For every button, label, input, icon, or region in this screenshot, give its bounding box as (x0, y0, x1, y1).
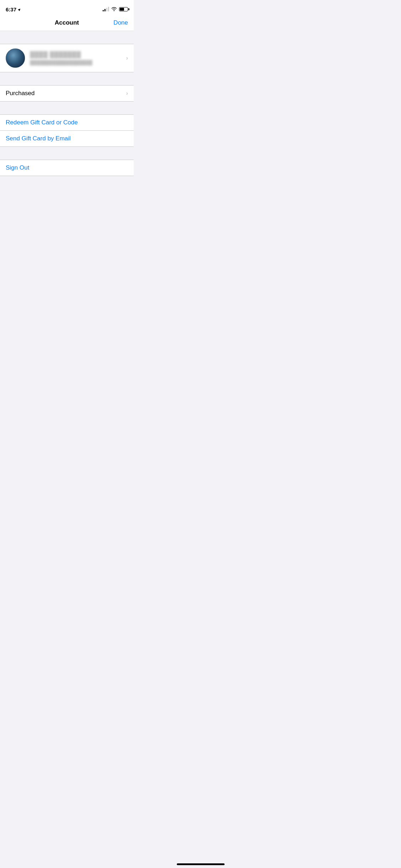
purchased-chevron-icon: › (126, 90, 128, 97)
redeem-row[interactable]: Redeem Gift Card or Code (0, 115, 134, 130)
profile-name: ████ ███████ (30, 51, 126, 58)
time-text: 6:37 (6, 6, 16, 12)
send-gift-card-row[interactable]: Send Gift Card by Email (0, 130, 134, 146)
status-time: 6:37 ▲ (6, 6, 22, 12)
status-icons (103, 7, 128, 12)
profile-info: ████ ███████ ███████████████████ (30, 51, 126, 65)
section-separator-1 (0, 31, 134, 44)
purchased-row[interactable]: Purchased › (0, 86, 134, 101)
section-separator-2 (0, 72, 134, 85)
sign-out-section: Sign Out (0, 160, 134, 176)
avatar (6, 48, 25, 68)
sign-out-row[interactable]: Sign Out (0, 160, 134, 176)
battery-icon (119, 7, 128, 11)
section-separator-3 (0, 102, 134, 114)
nav-bar: Account Done (0, 16, 134, 31)
section-separator-4 (0, 147, 134, 160)
background-fill (0, 176, 134, 354)
wifi-icon (111, 7, 117, 12)
profile-row[interactable]: ████ ███████ ███████████████████ › (0, 44, 134, 72)
profile-section: ████ ███████ ███████████████████ › (0, 44, 134, 72)
nav-title: Account (55, 19, 79, 26)
redeem-label: Redeem Gift Card or Code (6, 119, 78, 126)
profile-chevron-icon: › (126, 55, 128, 61)
profile-email: ███████████████████ (30, 60, 126, 65)
location-arrow-icon: ▲ (17, 6, 22, 12)
signal-bar-4 (108, 7, 109, 11)
signal-bar-3 (106, 8, 107, 11)
battery-fill (120, 8, 124, 11)
send-gift-card-label: Send Gift Card by Email (6, 135, 71, 142)
signal-bar-1 (103, 10, 104, 11)
done-button[interactable]: Done (113, 19, 128, 26)
signal-bars-icon (103, 7, 109, 11)
avatar-image (6, 48, 25, 68)
purchased-label: Purchased (6, 90, 35, 97)
status-bar: 6:37 ▲ (0, 0, 134, 16)
signal-bar-2 (104, 9, 106, 11)
sign-out-label: Sign Out (6, 164, 29, 171)
purchased-section: Purchased › (0, 85, 134, 102)
gift-card-section: Redeem Gift Card or Code Send Gift Card … (0, 114, 134, 147)
